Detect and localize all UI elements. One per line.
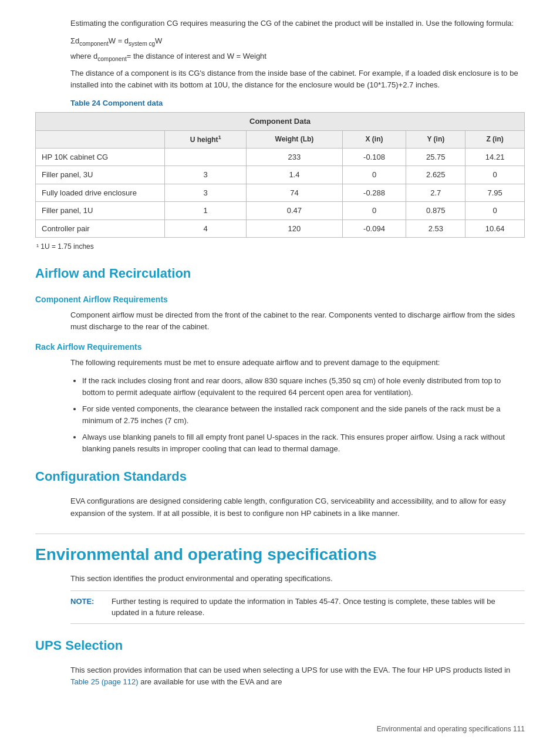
where-line: where dcomponent= the distance of intere… bbox=[70, 50, 525, 63]
table-footnote: ¹ 1U = 1.75 inches bbox=[36, 241, 525, 252]
formula-line: ΣdcomponentW = dsystem cgW bbox=[70, 35, 525, 48]
cell-y: 2.7 bbox=[406, 184, 465, 202]
cell-y: 2.625 bbox=[406, 166, 465, 184]
cell-u bbox=[165, 148, 247, 166]
cell-label: Filler panel, 3U bbox=[36, 166, 165, 184]
note-body: Further testing is required to update th… bbox=[112, 596, 525, 619]
cell-label: Filler panel, 1U bbox=[36, 202, 165, 220]
cell-z: 7.95 bbox=[465, 184, 525, 202]
bullet-item: For side vented components, the clearanc… bbox=[82, 403, 525, 427]
cell-z: 0 bbox=[465, 166, 525, 184]
col-header-y: Y (in) bbox=[406, 130, 465, 148]
cell-u: 3 bbox=[165, 166, 247, 184]
cell-label: HP 10K cabinet CG bbox=[36, 148, 165, 166]
ups-heading: UPS Selection bbox=[35, 636, 525, 657]
col-header-weight: Weight (Lb) bbox=[247, 130, 342, 148]
note-label: NOTE: bbox=[70, 596, 106, 619]
env-specs-heading: Environmental and operating specificatio… bbox=[35, 534, 525, 567]
col-header-z: Z (in) bbox=[465, 130, 525, 148]
page-footer: Environmental and operating specificatio… bbox=[35, 724, 525, 734]
cell-u: 3 bbox=[165, 184, 247, 202]
table-main-header: Component Data bbox=[36, 113, 525, 131]
cell-x: 0 bbox=[342, 166, 406, 184]
cell-y: 0.875 bbox=[406, 202, 465, 220]
cell-weight: 1.4 bbox=[247, 166, 342, 184]
bullet-item: If the rack includes closing front and r… bbox=[82, 375, 525, 399]
cell-x: -0.288 bbox=[342, 184, 406, 202]
cell-u: 4 bbox=[165, 220, 247, 238]
bullet-item: Always use blanking panels to fill all e… bbox=[82, 431, 525, 455]
table-row: HP 10K cabinet CG 233 -0.108 25.75 14.21 bbox=[36, 148, 525, 166]
col-header-x: X (in) bbox=[342, 130, 406, 148]
table-row: Filler panel, 1U 1 0.47 0 0.875 0 bbox=[36, 202, 525, 220]
cell-z: 10.64 bbox=[465, 220, 525, 238]
cell-u: 1 bbox=[165, 202, 247, 220]
ups-table-link[interactable]: Table 25 (page 112) bbox=[70, 677, 139, 686]
cell-x: -0.094 bbox=[342, 220, 406, 238]
rack-airflow-intro: The following requirements must be met t… bbox=[70, 357, 525, 369]
col-header-uheight: U height1 bbox=[165, 130, 247, 148]
component-airflow-body: Component airflow must be directed from … bbox=[70, 309, 525, 333]
cell-x: 0 bbox=[342, 202, 406, 220]
rack-airflow-heading: Rack Airflow Requirements bbox=[35, 341, 525, 353]
cell-z: 14.21 bbox=[465, 148, 525, 166]
airflow-heading: Airflow and Recirculation bbox=[35, 264, 525, 285]
config-standards-body: EVA configurations are designed consider… bbox=[70, 495, 525, 519]
component-data-table: Component Data U height1 Weight (Lb) X (… bbox=[35, 112, 525, 238]
cell-label: Fully loaded drive enclosure bbox=[36, 184, 165, 202]
cell-z: 0 bbox=[465, 202, 525, 220]
cell-x: -0.108 bbox=[342, 148, 406, 166]
cell-y: 2.53 bbox=[406, 220, 465, 238]
col-header-label bbox=[36, 130, 165, 148]
env-specs-body: This section identifies the product envi… bbox=[70, 573, 525, 585]
table24-container: Component Data U height1 Weight (Lb) X (… bbox=[35, 112, 525, 238]
ups-body-part2: are available for use with the EVA and a… bbox=[139, 677, 282, 686]
rack-bullet-list: If the rack includes closing front and r… bbox=[82, 375, 525, 455]
intro-para: Estimating the configuration CG requires… bbox=[70, 18, 525, 29]
table24-label: Table 24 Component data bbox=[70, 97, 525, 109]
component-airflow-heading: Component Airflow Requirements bbox=[35, 293, 525, 306]
distance-note: The distance of a component is its CG's … bbox=[70, 67, 525, 91]
cell-weight: 233 bbox=[247, 148, 342, 166]
table-row: Controller pair 4 120 -0.094 2.53 10.64 bbox=[36, 220, 525, 238]
cell-y: 25.75 bbox=[406, 148, 465, 166]
note-box: NOTE: Further testing is required to upd… bbox=[70, 590, 525, 624]
config-standards-heading: Configuration Standards bbox=[35, 467, 525, 488]
ups-body-part1: This section provides information that c… bbox=[70, 666, 510, 674]
ups-body: This section provides information that c… bbox=[70, 664, 525, 688]
table-row: Fully loaded drive enclosure 3 74 -0.288… bbox=[36, 184, 525, 202]
footer-text: Environmental and operating specificatio… bbox=[377, 724, 525, 734]
intro-block: Estimating the configuration CG requires… bbox=[35, 18, 525, 92]
cell-weight: 74 bbox=[247, 184, 342, 202]
cell-label: Controller pair bbox=[36, 220, 165, 238]
cell-weight: 0.47 bbox=[247, 202, 342, 220]
cell-weight: 120 bbox=[247, 220, 342, 238]
table-row: Filler panel, 3U 3 1.4 0 2.625 0 bbox=[36, 166, 525, 184]
